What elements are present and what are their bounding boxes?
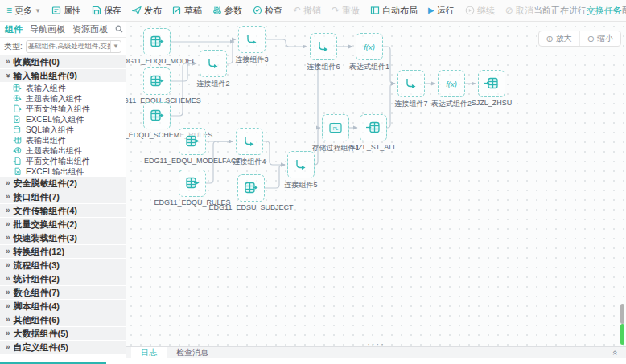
search-icon[interactable] [115, 25, 123, 35]
node-label: 表达式组件2 [431, 99, 472, 109]
component-excel-output[interactable]: EXCEL输出组件 [0, 166, 126, 177]
component-theme-table-output[interactable]: 主题表输出组件 [0, 145, 126, 156]
node-connector[interactable]: 连接组件7 [397, 70, 425, 97]
component-table-input[interactable]: 表输入组件 [0, 83, 126, 93]
node-label: EDG11_EDQU_MODELFACT [144, 157, 241, 165]
svg-text:PL: PL [333, 126, 339, 131]
resume-icon [465, 6, 475, 15]
panel-resize-handle[interactable]: ···· [367, 339, 385, 346]
component-flat-file-input[interactable]: 平面文件输入组件 [0, 104, 126, 114]
status-link[interactable]: 交换任务 [587, 6, 622, 15]
check-button[interactable]: 检查 [253, 5, 282, 17]
node-table-input[interactable]: EDG11_EDSU_SUBJECT [237, 174, 265, 202]
table-input-icon [149, 73, 165, 89]
component-sql-input[interactable]: SQL输入组件 [0, 125, 126, 135]
theme-table-input-icon [13, 94, 22, 103]
section-file-transfer[interactable]: »文件传输组件(4) [0, 204, 126, 218]
section-input-output[interactable]: »输入输出组件(9) [0, 69, 126, 83]
save-button[interactable]: 保存 [92, 5, 121, 17]
zoom-out-button[interactable]: ⊖ 缩小 [579, 31, 620, 46]
expand-panel-icon[interactable]: « [611, 350, 620, 355]
type-filter-select[interactable]: 基础组件,高级处理组件,交换组件 ▼ [26, 40, 121, 53]
cancel-icon: ⊘ [505, 6, 513, 15]
connector-icon [241, 133, 257, 149]
section-security-mask[interactable]: »安全脱敏组件(2) [0, 177, 126, 190]
section-script[interactable]: »脚本组件(4) [0, 300, 126, 313]
auto-layout-button[interactable]: 自动布局 [370, 5, 418, 17]
draft-button[interactable]: 草稿 [172, 5, 202, 17]
section-bigdata[interactable]: »大数据组件(5) [0, 327, 126, 341]
tab-components[interactable]: 组件 [5, 23, 23, 35]
component-theme-table-input[interactable]: 主题表输入组件 [0, 93, 126, 104]
node-table-input[interactable]: EDG11_EDQU_SCHEMES [143, 67, 171, 95]
zoom-in-button[interactable]: ⊕ 放大 [539, 31, 579, 46]
component-excel-input[interactable]: EXCEL输入组件 [0, 114, 126, 125]
tab-check-messages[interactable]: 检查消息 [167, 347, 218, 358]
table-output-icon [484, 76, 500, 92]
expression-icon: f(x) [360, 38, 378, 55]
section-other[interactable]: »其他组件(6) [0, 313, 126, 327]
publish-button[interactable]: 发布 [132, 5, 162, 17]
node-table-input[interactable]: EDG11_EDQU_MODELFACT [179, 128, 206, 155]
resume-button[interactable]: 继续 [465, 5, 495, 17]
svg-text:f(x): f(x) [364, 43, 375, 51]
zoom-out-icon: ⊖ [587, 34, 595, 44]
node-connector[interactable]: 连接组件2 [200, 50, 227, 77]
component-flat-file-output[interactable]: 平面文件输出组件 [0, 156, 126, 166]
section-batch-exchange[interactable]: »批量交换组件(2) [0, 218, 126, 231]
section-warehouse[interactable]: »数仓组件(7) [0, 286, 126, 300]
workflow-canvas[interactable]: EDG11_EDQU_MODEL 连接组件3 EDG11_EDQU_SCHEME… [126, 22, 626, 346]
node-label: 连接组件5 [284, 180, 317, 190]
redo-button[interactable]: ↷ 重做 [332, 5, 360, 17]
node-table-input[interactable]: EDG11_EDQU_SCHEME_RULES [143, 102, 171, 129]
tab-nav-canvas[interactable]: 导航画板 [30, 23, 65, 35]
tab-log[interactable]: 日志 [131, 347, 167, 358]
tab-resource-panel[interactable]: 资源面板 [72, 23, 108, 35]
flat-file-input-icon [13, 104, 22, 113]
node-connector[interactable]: 连接组件5 [287, 151, 315, 178]
type-filter-row: 类型: 基础组件,高级处理组件,交换组件 ▼ [0, 38, 126, 55]
chevron-down-icon: ▼ [110, 41, 121, 52]
cancel-button[interactable]: ⊘ 取消 [505, 5, 533, 17]
node-expression[interactable]: f(x) 表达式组件1 [356, 33, 383, 60]
node-table-output[interactable]: SJZL_ZHSU [478, 70, 505, 97]
section-interface[interactable]: »接口组件(7) [0, 190, 126, 204]
node-table-input[interactable]: EDG11_EDQU_MODEL [143, 28, 171, 55]
table-input-icon [184, 175, 200, 191]
node-connector[interactable]: 连接组件4 [236, 128, 263, 155]
run-button[interactable]: ▶ 运行 [428, 5, 455, 17]
table-input-icon [149, 108, 165, 124]
node-connector[interactable]: 连接组件3 [238, 26, 266, 53]
section-statistics[interactable]: »统计组件(2) [0, 272, 126, 286]
node-label: 连接组件4 [233, 157, 266, 167]
flat-file-output-icon [13, 157, 22, 166]
node-expression[interactable]: f(x) 表达式组件2 [438, 70, 465, 97]
section-custom[interactable]: »自定义组件(5) [0, 341, 126, 354]
vertical-scrollbar-progress[interactable] [620, 324, 624, 345]
node-table-input[interactable]: EDG11_EDQU_RULES [179, 170, 206, 197]
publish-icon [132, 6, 142, 15]
undo-button[interactable]: ↶ 撤销 [293, 5, 321, 17]
chevron-down-icon: ▼ [35, 7, 41, 14]
node-label: 连接组件3 [235, 55, 268, 65]
type-filter-label: 类型: [4, 41, 23, 52]
properties-button[interactable]: 属性 [51, 5, 81, 17]
component-table-output[interactable]: 表输出组件 [0, 135, 126, 145]
node-label: 表达式组件1 [349, 62, 389, 72]
expression-icon: f(x) [443, 75, 460, 92]
parameters-button[interactable]: 参数 [212, 5, 242, 17]
section-fast-load[interactable]: »快速装载组件(3) [0, 231, 126, 245]
component-sidebar: 组件 导航画板 资源面板 « 类型: 基础组件,高级处理组件,交换组件 ▼ »收… [0, 22, 126, 364]
node-table-output[interactable]: SJZL_ST_ALL [360, 114, 387, 141]
menu-icon: ≡ [6, 6, 12, 15]
section-process[interactable]: »流程组件(3) [0, 259, 126, 272]
status-text: 当前正在进行交换任务配置 [533, 5, 626, 17]
node-connector[interactable]: 连接组件6 [310, 33, 337, 60]
node-procedure[interactable]: PL 存储过程组件1 [322, 114, 349, 141]
section-favorites[interactable]: »收藏组件(0) [0, 55, 126, 69]
vertical-scrollbar[interactable] [620, 304, 624, 324]
section-transform[interactable]: »转换组件(12) [0, 245, 126, 259]
draft-icon [172, 6, 182, 15]
more-button[interactable]: ≡ 更多 ▼ [6, 5, 41, 17]
table-input-icon [243, 180, 259, 196]
